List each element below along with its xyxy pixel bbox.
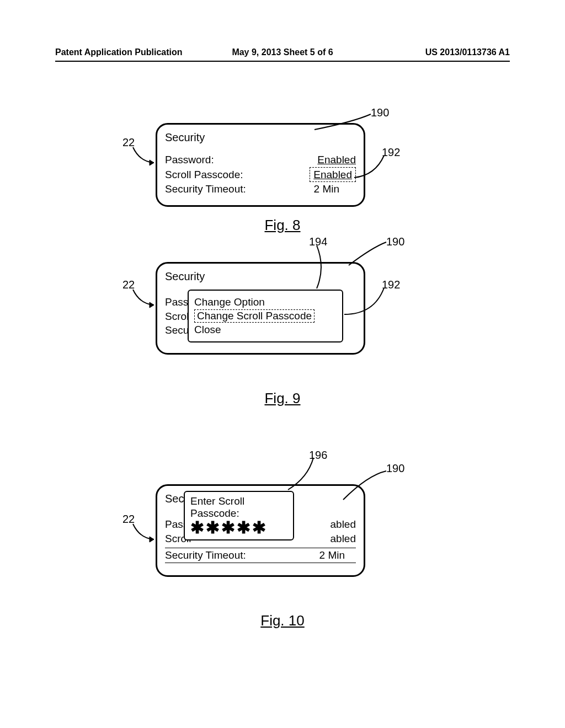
figure-9: Security Passw Scroll Securi Change Opti…: [0, 245, 565, 416]
passcode-mask[interactable]: ✱✱✱✱✱: [190, 520, 287, 536]
menu-item-change-option[interactable]: Change Option: [194, 296, 337, 308]
setting-row-password: Password: Enabled: [165, 153, 356, 167]
row-value: abled: [331, 517, 356, 532]
lead-190: [341, 470, 391, 503]
row-value[interactable]: 2 Min: [319, 548, 356, 563]
enter-passcode-popup: Enter Scroll Passcode: ✱✱✱✱✱: [184, 491, 294, 540]
lead-196: [286, 458, 319, 492]
row-label: Security Timeout:: [165, 182, 246, 196]
figure-caption: Fig. 10: [0, 612, 565, 629]
page-header: Patent Application Publication May 9, 20…: [0, 47, 565, 57]
menu-item-close[interactable]: Close: [194, 324, 337, 336]
setting-row-scroll-passcode: Scroll Passcode: Enabled: [165, 167, 356, 183]
svg-marker-2: [150, 537, 154, 542]
setting-row-timeout: Security Timeout: 2 Min: [165, 182, 356, 196]
header-center: May 9, 2013 Sheet 5 of 6: [0, 47, 565, 57]
row-value[interactable]: 2 Min: [314, 182, 356, 196]
lead-22-arrow: [130, 288, 163, 311]
device-screen: Security Password: Enabled Scroll Passco…: [156, 123, 365, 207]
context-menu-popup: Change Option Change Scroll Passcode Clo…: [188, 290, 343, 342]
lead-192: [343, 287, 387, 320]
row-value-selected[interactable]: Enabled: [310, 167, 356, 183]
header-rule: [55, 61, 510, 62]
lead-194: [309, 245, 331, 292]
menu-item-change-scroll-passcode[interactable]: Change Scroll Passcode: [194, 309, 337, 323]
lead-22-arrow: [130, 146, 163, 168]
lead-22-arrow: [130, 523, 163, 545]
figure-8: Security Password: Enabled Scroll Passco…: [0, 113, 565, 234]
popup-line1: Enter Scroll: [190, 495, 287, 507]
figure-caption: Fig. 9: [0, 390, 565, 407]
row-value: abled: [331, 532, 356, 546]
row-label: Security Timeout:: [165, 548, 246, 563]
figure-caption: Fig. 8: [0, 217, 565, 234]
popup-line2: Passcode:: [190, 507, 287, 520]
svg-marker-0: [150, 160, 154, 165]
lead-190: [309, 113, 375, 135]
figure-10: Secur Passw abled Scroll abled Security …: [0, 458, 565, 640]
row-label: Password:: [165, 153, 214, 167]
row-label: Scroll Passcode:: [165, 168, 243, 182]
svg-marker-1: [150, 302, 154, 308]
row-value[interactable]: Enabled: [317, 153, 356, 167]
lead-190: [347, 241, 391, 269]
lead-192: [353, 154, 392, 182]
setting-row-timeout: Security Timeout: 2 Min: [165, 548, 356, 563]
